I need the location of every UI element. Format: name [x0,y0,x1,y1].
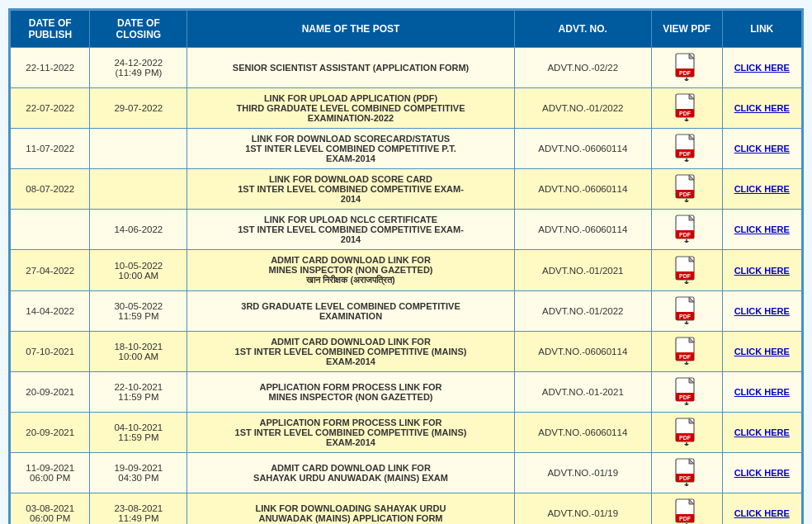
svg-text:PDF: PDF [679,394,692,400]
svg-marker-53 [684,404,689,405]
cell-link[interactable]: CLICK HERE [722,129,801,169]
click-here-link[interactable]: CLICK HERE [734,468,790,478]
cell-view-pdf[interactable]: PDF [651,129,722,169]
cell-view-pdf[interactable]: PDF [651,332,722,372]
cell-post-name: ADMIT CARD DOWNLOAD LINK FOR SAHAYAK URD… [187,453,514,493]
cell-post-name: LINK FOR UPLOAD NCLC CERTIFICATE 1ST INT… [187,210,514,250]
cell-link[interactable]: CLICK HERE [722,169,801,210]
click-here-link[interactable]: CLICK HERE [734,103,790,113]
pdf-icon: PDF [675,153,698,163]
cell-view-pdf[interactable]: PDF [651,453,722,493]
table-row: 11-07-2022LINK FOR DOWNLOAD SCORECARD/ST… [11,129,802,169]
cell-view-pdf[interactable]: PDF [651,493,722,525]
cell-advt-no: ADVT.NO.-01/2022 [514,88,651,129]
click-here-link[interactable]: CLICK HERE [734,347,790,356]
cell-date-publish: 27-04-2022 [11,250,90,291]
recruitment-table: DATE OF PUBLISH DATE OF CLOSING NAME OF … [10,10,802,524]
cell-date-publish: 20-09-2021 [11,413,90,453]
cell-post-name: SENIOR SCIENTIST ASSISTANT (APPLICATION … [187,48,514,88]
header-advt-no: ADVT. NO. [514,11,651,48]
header-view-pdf: VIEW PDF [651,11,722,48]
cell-date-closing: 19-09-2021 04:30 PM [90,453,187,493]
cell-link[interactable]: CLICK HERE [722,291,801,332]
svg-text:PDF: PDF [679,232,692,238]
pdf-icon: PDF [675,234,698,244]
click-here-link[interactable]: CLICK HERE [734,508,790,518]
header-post-name: NAME OF THE POST [187,11,514,48]
cell-link[interactable]: CLICK HERE [722,48,801,88]
cell-view-pdf[interactable]: PDF [651,372,722,413]
cell-advt-no: ADVT.NO.-06060114 [514,332,651,372]
cell-post-name: LINK FOR DOWNLOADING SAHAYAK URDU ANUWAD… [187,493,514,525]
cell-date-closing: 14-06-2022 [90,210,187,250]
cell-date-publish [11,210,90,250]
pdf-icon: PDF [675,316,698,326]
click-here-link[interactable]: CLICK HERE [734,144,790,153]
svg-text:PDF: PDF [679,354,692,360]
svg-text:PDF: PDF [679,435,692,441]
table-row: 08-07-2022LINK FOR DOWNLOAD SCORE CARD 1… [11,169,802,210]
header-link: LINK [722,11,801,48]
svg-text:PDF: PDF [679,70,692,76]
cell-link[interactable]: CLICK HERE [722,372,801,413]
svg-text:PDF: PDF [679,191,692,197]
click-here-link[interactable]: CLICK HERE [734,224,790,234]
cell-link[interactable]: CLICK HERE [722,210,801,250]
svg-text:PDF: PDF [679,273,692,279]
cell-date-publish: 08-07-2022 [11,169,90,210]
cell-advt-no: ADVT.NO.-06060114 [514,210,651,250]
cell-link[interactable]: CLICK HERE [722,453,801,493]
cell-date-publish: 22-11-2022 [11,48,90,88]
click-here-link[interactable]: CLICK HERE [734,427,790,437]
click-here-link[interactable]: CLICK HERE [734,63,790,73]
table-row: 22-11-202224-12-2022 (11:49 PM)SENIOR SC… [11,48,802,88]
cell-link[interactable]: CLICK HERE [722,250,801,291]
cell-date-publish: 11-09-2021 06:00 PM [11,453,90,493]
table-row: 14-04-202230-05-2022 11:59 PM3RD GRADUAT… [11,291,802,332]
cell-date-closing: 23-08-2021 11:49 PM [90,493,187,525]
cell-advt-no: ADVT.NO.-01/2021 [514,250,651,291]
svg-text:PDF: PDF [679,111,692,116]
click-here-link[interactable]: CLICK HERE [734,306,790,316]
cell-date-publish: 03-08-2021 06:00 PM [11,493,90,525]
svg-marker-59 [684,444,689,446]
cell-view-pdf[interactable]: PDF [651,250,722,291]
cell-date-publish: 07-10-2021 [11,332,90,372]
svg-marker-11 [684,120,689,121]
cell-advt-no: ADVT.NO.-06060114 [514,413,651,453]
cell-date-closing [90,129,187,169]
svg-marker-5 [684,79,689,81]
cell-date-publish: 22-07-2022 [11,88,90,129]
cell-view-pdf[interactable]: PDF [651,413,722,453]
cell-link[interactable]: CLICK HERE [722,413,801,453]
cell-view-pdf[interactable]: PDF [651,291,722,332]
cell-link[interactable]: CLICK HERE [722,493,801,525]
click-here-link[interactable]: CLICK HERE [734,184,790,194]
click-here-link[interactable]: CLICK HERE [734,266,790,276]
table-row: 11-09-2021 06:00 PM19-09-2021 04:30 PMAD… [11,453,802,493]
svg-text:PDF: PDF [679,314,692,319]
pdf-icon: PDF [675,478,698,488]
pdf-icon: PDF [675,276,698,286]
header-date-publish: DATE OF PUBLISH [11,11,90,48]
cell-advt-no: ADVT.NO.-01-2021 [514,372,651,413]
cell-view-pdf[interactable]: PDF [651,169,722,210]
svg-text:PDF: PDF [679,516,692,522]
cell-date-publish: 20-09-2021 [11,372,90,413]
cell-post-name: ADMIT CARD DOWNLOAD LINK FOR 1ST INTER L… [187,332,514,372]
click-here-link[interactable]: CLICK HERE [734,387,790,397]
cell-date-closing: 29-07-2022 [90,88,187,129]
cell-view-pdf[interactable]: PDF [651,88,722,129]
table-row: 20-09-202122-10-2021 11:59 PMAPPLICATION… [11,372,802,413]
cell-view-pdf[interactable]: PDF [651,210,722,250]
cell-view-pdf[interactable]: PDF [651,48,722,88]
svg-marker-17 [684,160,689,162]
cell-date-publish: 11-07-2022 [11,129,90,169]
svg-text:PDF: PDF [679,475,692,481]
cell-post-name: LINK FOR UPLOAD APPLICATION (PDF) THIRD … [187,88,514,129]
cell-advt-no: ADVT.NO.-01/19 [514,493,651,525]
cell-link[interactable]: CLICK HERE [722,332,801,372]
svg-marker-47 [684,363,689,365]
cell-link[interactable]: CLICK HERE [722,88,801,129]
cell-advt-no: ADVT.NO.-06060114 [514,169,651,210]
